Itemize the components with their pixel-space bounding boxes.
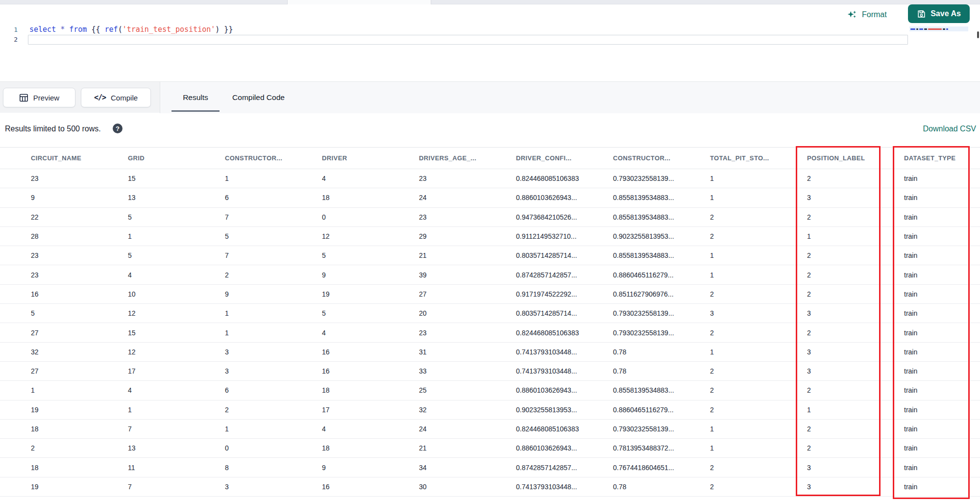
download-csv-link[interactable]: Download CSV — [923, 125, 977, 133]
table-cell: 2 — [807, 251, 904, 259]
table-cell: 1 — [710, 348, 807, 356]
sql-editor[interactable]: 1 2 select * from {{ ref('train_test_pos… — [0, 23, 980, 81]
table-cell: 21 — [419, 444, 516, 452]
table-cell: 23 — [419, 175, 516, 182]
table-cell: 1 — [807, 232, 904, 240]
column-header: DRIVERS_AGE_... — [419, 154, 516, 162]
table-cell: 19 — [322, 290, 419, 298]
table-cell: 13 — [128, 444, 225, 452]
table-cell: 0.8860103626943... — [516, 194, 613, 201]
table-cell: 1 — [225, 175, 322, 182]
column-header: DATASET_TYPE — [904, 154, 975, 162]
table-cell: 0.9171974522292... — [516, 290, 613, 298]
table-cell: 19 — [31, 406, 128, 414]
table-cell: 4 — [128, 386, 225, 394]
table-cell: 2 — [807, 290, 904, 298]
table-cell: 2 — [807, 386, 904, 394]
editor-minimap[interactable] — [909, 24, 978, 55]
table-cell: 2 — [225, 271, 322, 279]
results-table: CIRCUIT_NAMEGRIDCONSTRUCTOR...DRIVERDRIV… — [0, 147, 980, 497]
table-cell: 0.7930232558139... — [613, 329, 710, 337]
table-cell: train — [904, 213, 975, 221]
table-cell: 23 — [31, 175, 128, 182]
table-cell: 0.8860103626943... — [516, 444, 613, 452]
table-cell: 22 — [31, 213, 128, 221]
table-grid-icon — [19, 94, 28, 102]
table-cell: 0 — [322, 213, 419, 221]
table-cell: 23 — [419, 329, 516, 337]
column-header: CONSTRUCTOR... — [225, 154, 322, 162]
table-cell: 29 — [419, 232, 516, 240]
table-cell: train — [904, 251, 975, 259]
help-icon[interactable]: ? — [113, 124, 122, 133]
table-cell: 0.7930232558139... — [613, 425, 710, 433]
format-button[interactable]: Format — [847, 7, 887, 22]
code-brackets-icon: </> — [94, 93, 106, 102]
code-token: select — [29, 25, 56, 34]
column-header: DRIVER — [322, 154, 419, 162]
table-cell: 5 — [128, 213, 225, 221]
table-body: 231514230.8244680851063830.7930232558139… — [0, 169, 980, 497]
sparkles-icon — [847, 9, 858, 20]
table-cell: 9 — [322, 464, 419, 472]
table-cell: 3 — [225, 483, 322, 491]
preview-button[interactable]: Preview — [3, 88, 75, 107]
table-cell: train — [904, 175, 975, 182]
table-cell: 27 — [31, 367, 128, 375]
editor-scrollbar-handle[interactable] — [977, 31, 979, 38]
active-tab-underline — [172, 110, 220, 112]
active-editor-tab[interactable] — [287, 0, 431, 4]
tab-compiled-code-label: Compiled Code — [232, 93, 285, 102]
active-line-input[interactable] — [28, 35, 908, 45]
table-row: 18714240.8244680851063830.7930232558139.… — [0, 420, 980, 439]
table-cell: 7 — [225, 251, 322, 259]
format-label: Format — [862, 10, 887, 19]
table-cell: 12 — [128, 309, 225, 317]
tab-results[interactable]: Results — [172, 82, 220, 113]
table-cell: 7 — [225, 213, 322, 221]
table-cell: 1 — [225, 425, 322, 433]
table-cell: 12 — [128, 348, 225, 356]
table-cell: train — [904, 444, 975, 452]
table-cell: 1 — [710, 194, 807, 201]
table-cell: 39 — [419, 271, 516, 279]
table-cell: 0.824468085106383 — [516, 175, 613, 182]
column-header: TOTAL_PIT_STO... — [710, 154, 807, 162]
table-cell: 0.8742857142857... — [516, 271, 613, 279]
table-cell: 23 — [31, 251, 128, 259]
code-token: }} — [220, 25, 233, 34]
code-token: ) — [215, 25, 220, 34]
code-token: * — [60, 25, 65, 34]
table-row: 22570230.9473684210526...0.8558139534883… — [0, 208, 980, 227]
table-cell: 0 — [225, 444, 322, 452]
table-cell: 1 — [710, 271, 807, 279]
table-cell: 0.8558139534883... — [613, 386, 710, 394]
line-number-gutter: 1 2 — [0, 23, 22, 81]
table-cell: 2 — [807, 213, 904, 221]
save-as-button[interactable]: Save As — [908, 4, 970, 23]
table-cell: 34 — [419, 464, 516, 472]
code-token — [56, 25, 60, 34]
table-cell: 3 — [807, 348, 904, 356]
table-cell: 31 — [419, 348, 516, 356]
code-token — [65, 25, 69, 34]
line-number: 1 — [3, 26, 18, 33]
editor-tab-strip — [0, 0, 980, 4]
save-as-label: Save As — [931, 9, 961, 18]
table-row: 271514230.8244680851063830.7930232558139… — [0, 323, 980, 342]
table-cell: train — [904, 271, 975, 279]
table-cell: 23 — [419, 213, 516, 221]
code-line-1[interactable]: select * from {{ ref('train_test_positio… — [29, 25, 233, 34]
table-cell: 3 — [807, 309, 904, 317]
table-cell: 0.78 — [613, 348, 710, 356]
tab-compiled-code[interactable]: Compiled Code — [223, 82, 294, 113]
results-limit-note: Results limited to 500 rows. — [5, 125, 101, 133]
table-row: 3212316310.7413793103448...0.7813train — [0, 343, 980, 362]
table-cell: 32 — [419, 406, 516, 414]
table-cell: 2 — [225, 406, 322, 414]
table-cell: 9 — [31, 194, 128, 201]
table-cell: 18 — [322, 386, 419, 394]
table-cell: 7 — [128, 483, 225, 491]
code-token: ref — [105, 25, 118, 34]
compile-button[interactable]: </> Compile — [81, 88, 151, 107]
